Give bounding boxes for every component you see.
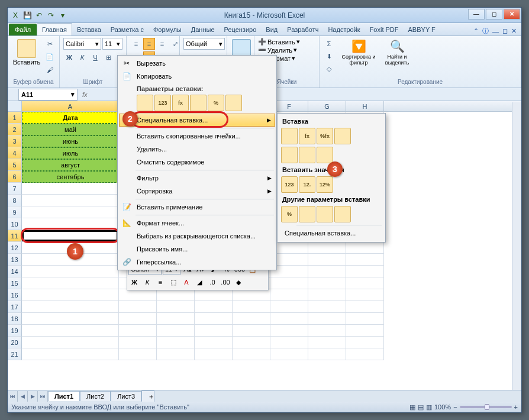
mini-italic[interactable]: К <box>141 276 153 288</box>
sheet-nav-prev[interactable]: ◀ <box>18 391 28 402</box>
cells-delete-icon[interactable]: ➖ <box>258 46 266 54</box>
row-header[interactable]: 2 <box>8 124 22 135</box>
row-header[interactable]: 10 <box>8 218 22 230</box>
cm-delete[interactable]: Удалить... <box>119 143 275 156</box>
cm-copy[interactable]: 📄Копировать <box>119 70 275 83</box>
row-header[interactable]: 17 <box>8 301 22 313</box>
tab-abbyy[interactable]: ABBYY F <box>404 24 440 35</box>
row-header[interactable]: 6 <box>8 171 22 183</box>
mini-center[interactable]: ≡ <box>154 276 166 288</box>
row-header[interactable]: 3 <box>8 135 22 147</box>
sm-picture-icon[interactable] <box>317 206 333 222</box>
col-header-a[interactable]: A <box>22 101 119 111</box>
underline-button[interactable]: Ч <box>89 51 101 63</box>
autosum-button[interactable]: Σ <box>323 38 335 50</box>
tab-formulas[interactable]: Формулы <box>149 24 186 35</box>
row-header[interactable]: 16 <box>8 289 22 301</box>
sm-paste-transpose-icon[interactable] <box>299 147 315 163</box>
doc-min-icon[interactable]: — <box>492 28 499 35</box>
align-top-button[interactable]: ≡ <box>130 38 142 50</box>
cm-comment[interactable]: 📝Вставить примечание <box>119 201 275 214</box>
paste-button[interactable]: Вставить <box>11 38 42 67</box>
cut-button[interactable]: ✂ <box>44 38 56 50</box>
sm-linked-picture-icon[interactable] <box>334 206 351 222</box>
mini-fill-color[interactable]: ◢ <box>193 276 205 288</box>
zoom-slider[interactable] <box>460 406 512 408</box>
sheet-tab-2[interactable]: Лист2 <box>80 391 111 401</box>
cell-a1[interactable]: Дата <box>22 112 119 124</box>
view-pagebreak-icon[interactable]: ▥ <box>426 403 432 411</box>
mini-merge[interactable]: ◆ <box>233 276 244 288</box>
find-select-button[interactable]: 🔍Найти и выделить <box>379 38 415 67</box>
tab-layout[interactable]: Разметка с <box>106 24 149 35</box>
bold-button[interactable]: Ж <box>63 51 75 63</box>
sm-paste-formulas-icon[interactable]: fx <box>299 128 315 144</box>
sheet-nav-first[interactable]: ⏮ <box>8 391 18 402</box>
zoom-level[interactable]: 100% <box>434 403 451 411</box>
sm-paste-all-icon[interactable] <box>281 128 298 144</box>
mini-border[interactable]: ⬚ <box>167 276 179 288</box>
tab-home[interactable]: Главная <box>37 23 72 35</box>
border-button[interactable]: ⊞ <box>102 51 114 63</box>
cell-a5[interactable]: август <box>22 159 119 171</box>
fill-button[interactable]: ⬇ <box>323 50 335 62</box>
cm-paste-special[interactable]: Специальная вставка...▶ <box>119 114 275 127</box>
sm-values-numfmt-icon[interactable]: 12. <box>299 176 315 193</box>
row-header[interactable]: 14 <box>8 266 22 277</box>
cells-insert-icon[interactable]: ➕ <box>258 38 266 46</box>
cell-a2[interactable]: май <box>22 124 119 135</box>
fx-icon[interactable]: fx <box>82 91 88 98</box>
cell-a4[interactable]: июль <box>22 147 119 159</box>
sm-values-sourcefmt-icon[interactable]: 12% <box>317 176 333 193</box>
paste-all-icon[interactable] <box>137 95 153 111</box>
sheet-nav-last[interactable]: ⏭ <box>38 391 48 402</box>
maximize-button[interactable]: ◻ <box>486 9 502 20</box>
zoom-out-button[interactable]: − <box>453 403 457 411</box>
row-header[interactable]: 5 <box>8 159 22 171</box>
font-size-combo[interactable]: 11▾ <box>102 38 122 50</box>
sm-paste-noborder-icon[interactable] <box>317 147 333 163</box>
paste-formatting-icon[interactable]: % <box>208 95 224 111</box>
cm-pick-dropdown[interactable]: Выбрать из раскрывающегося списка... <box>119 230 275 243</box>
row-header[interactable]: 9 <box>8 206 22 218</box>
format-painter-button[interactable]: 🖌 <box>44 64 56 76</box>
row-header[interactable]: 7 <box>8 183 22 195</box>
mini-dec-decimal[interactable]: .00 <box>220 276 231 288</box>
cm-hyperlink[interactable]: 🔗Гиперссылка... <box>119 256 275 269</box>
paste-formulas-icon[interactable]: fx <box>172 95 189 111</box>
row-header[interactable]: 12 <box>8 242 22 254</box>
align-bottom-button[interactable]: ≡ <box>156 38 168 50</box>
paste-link-icon[interactable] <box>225 95 242 111</box>
cell-a6[interactable]: сентябрь <box>22 171 119 183</box>
cells-delete-label[interactable]: Удалить <box>267 47 292 54</box>
tab-developer[interactable]: Разработч <box>282 24 323 35</box>
sheet-tab-3[interactable]: Лист3 <box>111 391 141 401</box>
cm-sort[interactable]: Сортировка▶ <box>119 185 275 198</box>
row-header[interactable]: 18 <box>8 313 22 325</box>
vertical-scrollbar[interactable] <box>512 102 521 390</box>
sort-filter-button[interactable]: 🔽Сортировка и фильтр <box>340 38 377 67</box>
tab-file[interactable]: Файл <box>9 24 37 35</box>
sm-paste-formulas-numfmt-icon[interactable]: %fx <box>317 128 333 144</box>
cm-clear[interactable]: Очистить содержимое <box>119 156 275 169</box>
row-header[interactable]: 15 <box>8 277 22 289</box>
tab-foxit[interactable]: Foxit PDF <box>365 24 404 35</box>
number-format-combo[interactable]: Общий▾ <box>183 38 225 50</box>
row-header[interactable]: 8 <box>8 195 22 206</box>
paste-values-icon[interactable]: 123 <box>154 95 171 111</box>
save-icon[interactable]: 💾 <box>22 10 33 21</box>
col-header-g[interactable]: G <box>308 101 346 111</box>
clear-button[interactable]: ◇ <box>323 63 335 75</box>
row-header[interactable]: 21 <box>8 348 22 360</box>
tab-view[interactable]: Вид <box>261 24 282 35</box>
sm-paste-borders-icon[interactable] <box>334 128 351 144</box>
copy-button[interactable]: 📄 <box>44 51 56 63</box>
sm-formatting-icon[interactable]: % <box>281 206 298 222</box>
italic-button[interactable]: К <box>76 51 88 63</box>
col-header-h[interactable]: H <box>346 101 384 111</box>
tab-addins[interactable]: Надстройк <box>323 24 365 35</box>
sheet-tab-1[interactable]: Лист1 <box>48 391 80 401</box>
row-header[interactable]: 1 <box>8 112 22 124</box>
new-sheet-button[interactable]: ＋ <box>141 390 154 402</box>
sm-paste-special-dialog[interactable]: Специальная вставка... <box>280 227 383 240</box>
